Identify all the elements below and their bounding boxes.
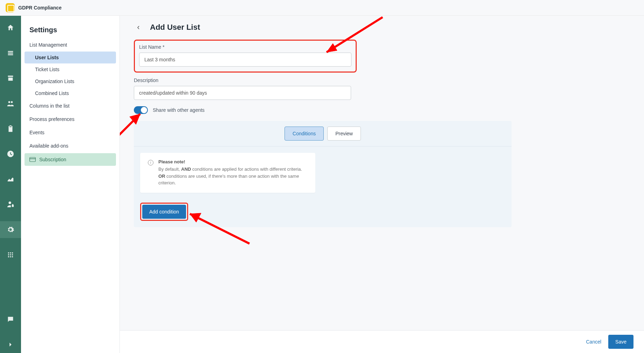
sidebar-item-addons[interactable]: Available add-ons: [21, 139, 119, 152]
settings-sidebar: Settings List Management User Lists Tick…: [21, 0, 120, 353]
main: ‹ Add User List List Name * Description …: [120, 0, 644, 353]
rail-clipboard[interactable]: [0, 120, 21, 137]
svg-point-1: [10, 252, 11, 254]
sidebar-item-user-lists[interactable]: User Lists: [25, 52, 116, 63]
add-condition-button[interactable]: Add condition: [142, 205, 186, 219]
rail-people[interactable]: [0, 95, 21, 112]
description-input[interactable]: [134, 86, 351, 100]
app-icon: [6, 3, 15, 12]
save-button[interactable]: Save: [608, 335, 633, 349]
svg-point-5: [12, 254, 13, 256]
svg-point-0: [8, 252, 9, 254]
sidebar-item-events[interactable]: Events: [21, 126, 119, 139]
note-line-2: OR conditions are used, if there's more …: [158, 173, 308, 186]
svg-point-8: [12, 256, 13, 258]
rail-settings[interactable]: [0, 221, 21, 238]
tab-conditions[interactable]: Conditions: [285, 127, 324, 141]
footer: Cancel Save: [120, 330, 644, 353]
conditions-panel: Conditions Preview Please note! By defau…: [134, 121, 512, 227]
rail-analytics[interactable]: [0, 171, 21, 188]
back-button[interactable]: ‹: [134, 23, 143, 32]
info-icon: [148, 160, 153, 165]
sidebar-item-list-management[interactable]: List Management: [21, 38, 119, 52]
sidebar-item-combined-lists[interactable]: Combined Lists: [21, 87, 119, 99]
tab-preview[interactable]: Preview: [327, 127, 361, 141]
svg-point-7: [10, 256, 11, 258]
description-label: Description: [134, 77, 351, 83]
nav-rail: [0, 0, 21, 353]
add-condition-highlight: Add condition: [140, 203, 188, 221]
rail-home[interactable]: [0, 19, 21, 36]
rail-lists[interactable]: [0, 45, 21, 61]
svg-point-2: [12, 252, 13, 254]
settings-heading: Settings: [21, 21, 119, 38]
sidebar-item-columns[interactable]: Columns in the list: [21, 99, 119, 113]
card-icon: [29, 157, 36, 162]
note-title: Please note!: [158, 159, 308, 164]
rail-apps[interactable]: [0, 246, 21, 263]
rail-user-lock[interactable]: [0, 196, 21, 213]
list-name-input[interactable]: [139, 53, 351, 67]
page-title: Add User List: [150, 23, 200, 32]
cancel-button[interactable]: Cancel: [586, 339, 601, 345]
rail-expand[interactable]: [0, 336, 21, 353]
share-toggle-label: Share with other agents: [153, 107, 205, 113]
list-name-label: List Name *: [139, 44, 351, 50]
share-toggle[interactable]: [134, 106, 148, 114]
rail-chat[interactable]: [0, 311, 21, 328]
svg-point-6: [8, 256, 9, 258]
topbar: GDPR Compliance: [0, 0, 644, 16]
note-line-1: By default, AND conditions are applied f…: [158, 166, 308, 173]
rail-archive[interactable]: [0, 70, 21, 87]
sidebar-item-label: Subscription: [39, 157, 66, 162]
sidebar-item-ticket-lists[interactable]: Ticket Lists: [21, 63, 119, 75]
note-card: Please note! By default, AND conditions …: [140, 153, 315, 193]
sidebar-item-subscription[interactable]: Subscription: [25, 153, 116, 166]
app-title: GDPR Compliance: [18, 5, 62, 11]
svg-point-3: [8, 254, 9, 256]
sidebar-item-organization-lists[interactable]: Organization Lists: [21, 75, 119, 87]
svg-point-4: [10, 254, 11, 256]
rail-clock[interactable]: [0, 145, 21, 162]
svg-rect-9: [30, 157, 36, 162]
sidebar-item-process-preferences[interactable]: Process preferences: [21, 113, 119, 126]
list-name-highlight: List Name *: [134, 40, 357, 73]
content: ‹ Add User List List Name * Description …: [120, 16, 644, 330]
